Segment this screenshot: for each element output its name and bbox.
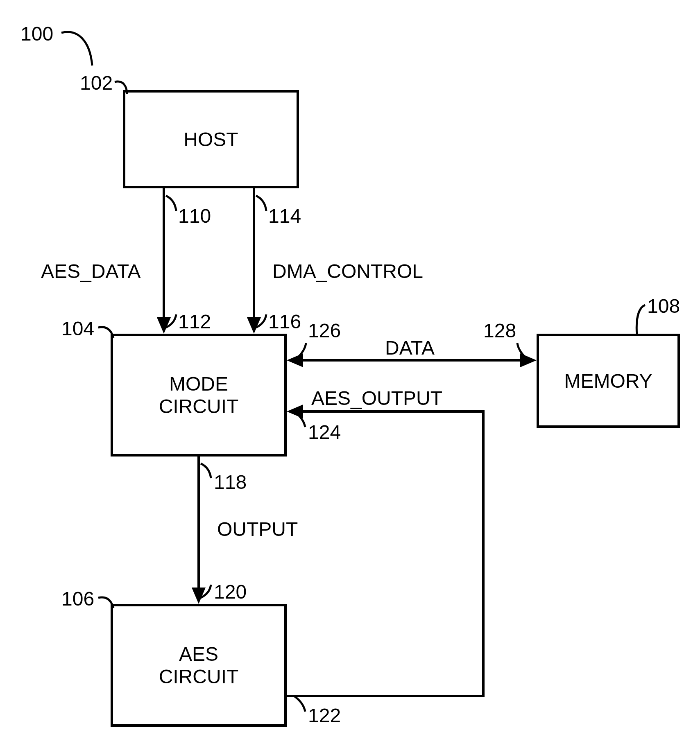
data-src-ref: 126 — [308, 319, 341, 342]
data-label: DATA — [385, 337, 435, 359]
data-arrow — [0, 0, 700, 739]
diagram-canvas: 100 HOST 102 MODE CIRCUIT 104 AES CIRCUI… — [0, 0, 700, 739]
data-dst-ref: 128 — [483, 319, 516, 342]
